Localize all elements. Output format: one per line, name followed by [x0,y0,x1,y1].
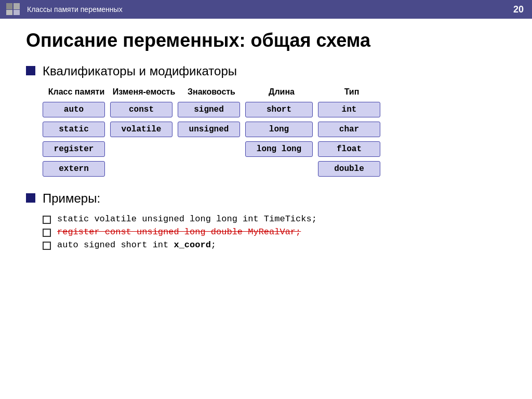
example-text-2: register const unsigned long double MyRe… [57,227,301,237]
keyword-short: short [245,102,313,117]
svg-rect-2 [6,10,12,15]
example-item-3: auto signed short int x_coord; [43,240,506,250]
svg-rect-3 [14,10,20,15]
col-dlina: short long long long [245,102,318,157]
keyword-extern: extern [43,161,105,177]
bullet-item-2: Примеры: [26,191,506,206]
keyword-char: char [318,122,380,137]
table-headers: Класс памяти Изменя-емость Знаковость Дл… [43,87,506,97]
slide-title: Описание переменных: общая схема [26,29,506,51]
slide-number: 20 [513,4,524,15]
header-title: Классы памяти переменных [27,5,123,14]
col-header-klass: Класс памяти [43,87,110,97]
svg-rect-0 [6,3,12,9]
col-header-znak: Знаковость [178,87,245,97]
keyword-unsigned: unsigned [178,122,240,137]
examples-list: static volatile unsigned long long int T… [43,214,506,250]
keyword-register: register [43,141,105,157]
example-bullet-1 [43,216,51,224]
logo-icon [6,3,21,16]
header-bar: Классы памяти переменных 20 [0,0,532,19]
example-item-2: register const unsigned long double MyRe… [43,227,506,237]
bullet-text-1: Квалификаторы и модификаторы [43,64,237,78]
bullet-text-2: Примеры: [43,191,100,206]
main-content: Описание переменных: общая схема Квалифи… [0,19,532,260]
keyword-const: const [110,102,172,117]
keyword-volatile: volatile [110,122,172,137]
col-tip: int char float double [318,102,385,177]
svg-rect-1 [14,3,20,9]
col-klass: auto static register extern [43,102,110,177]
header-logo [6,3,21,16]
table-body: auto static register extern const volati… [43,102,506,177]
keyword-static: static [43,122,105,137]
example-bullet-3 [43,242,51,250]
example-item-1: static volatile unsigned long long int T… [43,214,506,224]
keyword-long: long [245,122,313,137]
col-header-tip: Тип [318,87,385,97]
keyword-signed: signed [178,102,240,117]
example-text-3: auto signed short int x_coord; [57,240,216,250]
keyword-double: double [318,161,380,177]
example-text-1: static volatile unsigned long long int T… [57,214,317,224]
keyword-float: float [318,141,380,157]
keyword-int: int [318,102,380,117]
col-izmen: const volatile [110,102,178,137]
keyword-table: Класс памяти Изменя-емость Знаковость Дл… [43,87,506,177]
keyword-long-long: long long [245,141,313,157]
bullet-square-1 [26,66,35,75]
col-header-dlina: Длина [245,87,318,97]
keyword-auto: auto [43,102,105,117]
example-bullet-2 [43,229,51,237]
bullet-square-2 [26,193,35,203]
col-znak: signed unsigned [178,102,245,137]
col-header-izmen: Изменя-емость [110,87,178,97]
bullet-item-1: Квалификаторы и модификаторы [26,64,506,78]
